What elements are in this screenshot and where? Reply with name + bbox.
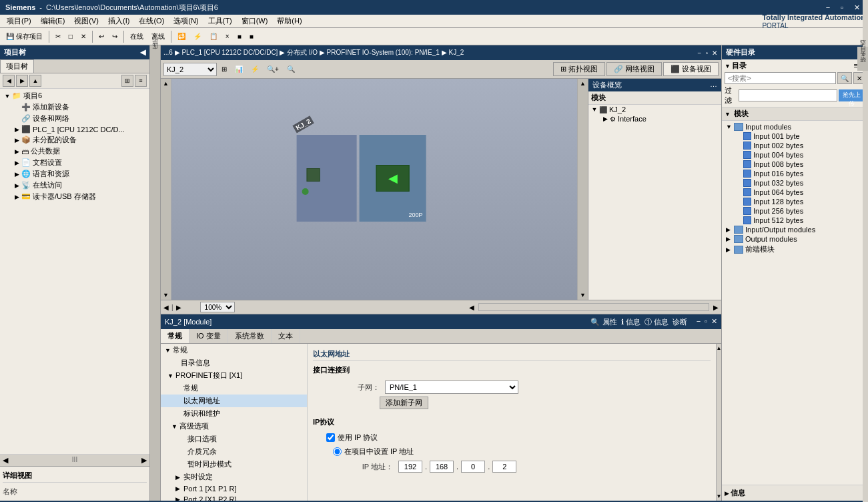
expand-icon[interactable]: ▶ [12, 126, 21, 133]
side-icon-layers[interactable]: 层 [149, 48, 161, 51]
props-tree-catalog[interactable]: 目录信息 [161, 356, 307, 369]
scroll-right-up-btn[interactable]: ▲ [580, 80, 586, 87]
online-button[interactable]: 在线 [127, 30, 147, 43]
props-ip-radio[interactable] [333, 447, 342, 456]
props-header-max[interactable]: ▫ [705, 317, 707, 327]
cat-item-input-modules[interactable]: ▼ Input modules [725, 122, 865, 132]
cat-item-input-064[interactable]: Input 064 bytes [725, 188, 865, 197]
props-tab-general[interactable]: 常规 [161, 329, 189, 343]
expand-icon[interactable]: ▶ [175, 485, 183, 492]
catalog-modules-expand[interactable]: ▼ [725, 111, 731, 117]
props-ip-field-1[interactable] [398, 461, 422, 473]
tab-project-tree[interactable]: 项目树 [0, 59, 34, 73]
props-tree-iface-opt[interactable]: 接口选项 [161, 433, 307, 445]
delete-button[interactable]: ✕ [77, 31, 89, 42]
expand-icon[interactable]: ▶ [600, 115, 610, 122]
device-overview-btn[interactable]: … [710, 80, 717, 90]
cat-item-input-004[interactable]: Input 004 bytes [725, 150, 865, 160]
menu-window[interactable]: 窗口(W) [238, 15, 272, 27]
props-tree-general[interactable]: ▼ 常规 [161, 344, 307, 356]
expand-icon[interactable]: ▼ [167, 372, 175, 379]
expand-icon[interactable]: ▼ [726, 123, 734, 130]
tree-btn-fwd[interactable]: ▶ [16, 75, 28, 87]
toolbar-btn-6[interactable]: ■ [246, 31, 257, 42]
tree-item-add-device[interactable]: ➕ 添加新设备 [1, 101, 148, 113]
cat-item-input-512[interactable]: Input 512 bytes [725, 216, 865, 225]
overview-item-interface[interactable]: ▶ ⚙ Interface [588, 114, 721, 123]
minimize-button[interactable]: − [823, 3, 833, 12]
scroll-right-down-btn[interactable]: ▼ [580, 292, 586, 298]
props-main-scrollbar[interactable]: ▲ ▼ [716, 344, 721, 501]
props-icon-info2[interactable]: ① 信息 [644, 317, 669, 327]
undo-button[interactable]: ↩ [95, 31, 107, 42]
nav-right[interactable]: ▶ [141, 456, 147, 465]
props-subnet-select[interactable]: PN/IE_1 [385, 381, 518, 394]
props-tree-advanced[interactable]: ▼ 高级选项 [161, 420, 307, 433]
cat-item-input-256[interactable]: Input 256 bytes [725, 206, 865, 216]
props-tree-sync[interactable]: 暂时同步模式 [161, 458, 307, 471]
cat-item-input-008[interactable]: Input 008 bytes [725, 160, 865, 169]
menu-options[interactable]: 选项(N) [169, 15, 202, 27]
scroll-down-btn[interactable]: ▼ [163, 292, 169, 298]
tree-item-project6[interactable]: ▼ 📁 项目6 [1, 90, 148, 101]
dv-btn-1[interactable]: ⊞ [218, 63, 230, 75]
tree-btn-list[interactable]: ≡ [135, 75, 147, 87]
expand-icon[interactable]: ▼ [171, 423, 179, 430]
toolbar-btn-1[interactable]: 🔁 [174, 31, 189, 42]
toolbar-btn-5[interactable]: ■ [234, 31, 245, 42]
tree-item-lang[interactable]: ▶ 🌐 语言和资源 [1, 168, 148, 180]
expand-icon[interactable]: ▼ [165, 347, 173, 354]
canvas-right-arrow[interactable]: ▶ [713, 304, 719, 311]
props-ip-field-4[interactable] [492, 461, 516, 473]
props-tree-media[interactable]: 介质冗余 [161, 445, 307, 458]
props-tree-ident[interactable]: 标识和维护 [161, 407, 307, 420]
tab-minimize-btn[interactable]: − [697, 49, 703, 57]
catalog-filter-input[interactable] [739, 89, 837, 101]
props-ip-field-2[interactable] [430, 461, 454, 473]
expand-icon[interactable]: ▶ [726, 246, 734, 253]
cut-button[interactable]: ✂ [52, 31, 64, 42]
cat-item-input-016[interactable]: Input 016 bytes [725, 169, 865, 178]
dv-btn-3[interactable]: ⚡ [248, 63, 262, 75]
expand-icon[interactable]: ▼ [3, 93, 12, 99]
save-project-button[interactable]: 💾 保存项目 [3, 30, 46, 43]
catalog-strip-2[interactable]: 目 [857, 55, 869, 57]
props-icon-search[interactable]: 🔍 属性 [590, 317, 616, 327]
nav-left[interactable]: ◀ [3, 456, 8, 465]
tree-btn-grid[interactable]: ⊞ [121, 75, 133, 87]
expand-icon[interactable]: ▶ [726, 226, 734, 233]
cat-item-input-002[interactable]: Input 002 bytes [725, 141, 865, 150]
tree-item-card-reader[interactable]: ▶ 💳 读卡器/USB 存储器 [1, 191, 148, 202]
cat-item-input-128[interactable]: Input 128 bytes [725, 197, 865, 206]
tree-item-plc1[interactable]: ▶ ⬛ PLC_1 [CPU 1212C DC/D... [1, 124, 148, 134]
tab-device-view[interactable]: ⬛ 设备视图 [663, 62, 719, 76]
expand-icon[interactable]: ▼ [590, 106, 599, 113]
props-tab-io-var[interactable]: IO 变量 [189, 329, 228, 343]
props-header-close[interactable]: − [697, 317, 701, 327]
toolbar-btn-2[interactable]: ⚡ [190, 31, 205, 42]
device-selector[interactable]: KJ_2 [163, 63, 217, 76]
tree-btn-back[interactable]: ◀ [3, 75, 15, 87]
tab-network[interactable]: 🔗 网络视图 [606, 62, 662, 76]
copy-button[interactable]: □ [65, 31, 76, 42]
canvas-left-arrow[interactable]: ◀ [469, 304, 474, 311]
dv-btn-zoom-out[interactable]: 🔍 [284, 63, 298, 75]
catalog-upload-btn[interactable]: 抢先上传 [839, 89, 865, 101]
props-tree-port2[interactable]: ▶ Port 2 [X1 P2 R] [161, 494, 307, 501]
cat-item-input-001[interactable]: Input 001 byte [725, 132, 865, 141]
tree-btn-up[interactable]: ▲ [29, 75, 41, 87]
catalog-strip-3[interactable]: 务 [857, 60, 869, 63]
cat-item-frontend-modules[interactable]: ▶ 前端模块 [725, 244, 865, 255]
expand-icon[interactable]: ▶ [726, 236, 734, 242]
props-tree-profinet[interactable]: ▼ PROFINET接口 [X1] [161, 369, 307, 382]
expand-icon[interactable]: ▶ [12, 194, 21, 200]
expand-icon[interactable]: ▶ [175, 474, 183, 481]
close-button[interactable]: ✕ [851, 3, 863, 12]
dv-btn-2[interactable]: 📊 [232, 63, 246, 75]
catalog-search-btn[interactable]: 🔍 [837, 72, 852, 84]
tree-header-btn[interactable]: ◀ [140, 48, 145, 57]
side-icon-library[interactable]: 库 [149, 53, 161, 56]
offline-button[interactable]: 离线 [148, 30, 168, 43]
expand-icon[interactable]: ▶ [12, 182, 21, 189]
props-icon-diag[interactable]: 诊断 [673, 317, 687, 327]
